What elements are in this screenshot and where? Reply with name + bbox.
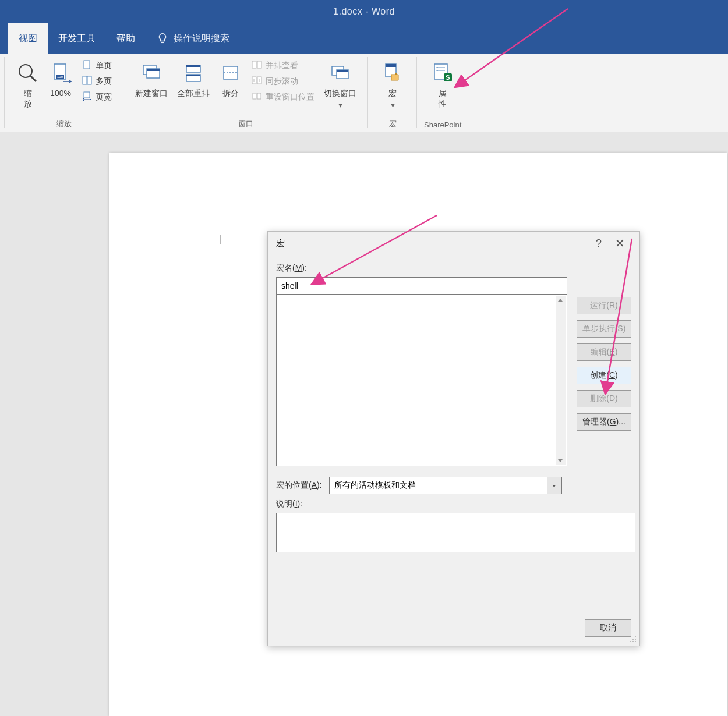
text-cursor <box>220 235 226 245</box>
svg-rect-36 <box>635 639 636 640</box>
switch-windows-button[interactable]: 切换窗口 ▾ <box>319 56 361 110</box>
macros-icon <box>380 59 405 87</box>
svg-rect-5 <box>84 61 90 69</box>
side-by-side-button: 并排查看 <box>252 59 314 72</box>
svg-text:S: S <box>446 74 450 81</box>
switch-windows-icon <box>328 59 352 87</box>
group-edge-left: x <box>0 54 5 132</box>
side-by-side-icon <box>252 59 262 72</box>
macro-name-label: 宏名(M): <box>276 263 631 274</box>
svg-rect-37 <box>630 641 631 642</box>
group-zoom-label: 缩放 <box>56 119 72 132</box>
create-button[interactable]: 创建(C) <box>577 367 631 384</box>
group-macros: 宏 ▾ 宏 <box>368 54 417 132</box>
chevron-down-icon: ▾ <box>553 483 556 489</box>
macro-location-label: 宏的位置(A): <box>276 480 322 491</box>
macro-location-select[interactable] <box>329 477 547 494</box>
svg-rect-28 <box>386 64 396 67</box>
one-page-icon <box>82 59 92 72</box>
svg-rect-11 <box>147 69 160 71</box>
ribbon-tabs: 视图 开发工具 帮助 操作说明搜索 <box>0 23 728 54</box>
svg-rect-34 <box>635 636 636 637</box>
step-into-button: 单步执行(S) <box>577 320 631 338</box>
edit-button: 编辑(E) <box>577 343 631 361</box>
macro-location-dropdown[interactable]: ▾ <box>547 477 562 494</box>
split-icon <box>219 59 242 87</box>
lightbulb-icon <box>156 32 169 45</box>
description-input[interactable] <box>276 513 635 552</box>
tab-developer[interactable]: 开发工具 <box>48 23 106 54</box>
sync-scroll-button: 同步滚动 <box>252 75 314 87</box>
svg-rect-22 <box>253 93 256 99</box>
properties-button[interactable]: S 属 性 <box>425 56 460 109</box>
group-window-label: 窗口 <box>238 119 253 132</box>
sync-scroll-icon <box>252 75 262 87</box>
arrange-all-icon <box>182 59 205 87</box>
svg-rect-15 <box>186 75 200 76</box>
title-bar: 1.docx - Word <box>0 0 728 23</box>
arrange-all-button[interactable]: 全部重排 <box>172 56 214 99</box>
delete-button: 删除(D) <box>577 390 631 407</box>
organizer-button[interactable]: 管理器(G)... <box>577 413 631 431</box>
chevron-down-icon: ▾ <box>391 100 395 111</box>
svg-text:100: 100 <box>57 75 63 79</box>
reset-window-pos-button: 重设窗口位置 <box>252 91 314 103</box>
svg-rect-19 <box>257 61 261 68</box>
tab-view[interactable]: 视图 <box>8 23 48 54</box>
group-macros-label: 宏 <box>389 119 397 132</box>
dialog-close-button[interactable]: ✕ <box>608 236 631 250</box>
svg-rect-39 <box>635 641 636 642</box>
multi-page-icon <box>82 75 92 87</box>
svg-rect-13 <box>186 65 200 67</box>
reset-window-icon <box>252 91 262 103</box>
properties-icon: S <box>430 59 455 87</box>
macro-list[interactable] <box>276 295 567 466</box>
macro-name-input[interactable] <box>276 277 567 295</box>
svg-line-1 <box>30 76 36 81</box>
dialog-title: 宏 <box>276 238 285 249</box>
group-window: 新建窗口 全部重排 拆分 并排查看 同步滚 <box>123 54 368 132</box>
page-width-icon <box>82 91 92 103</box>
new-window-button[interactable]: 新建窗口 <box>130 56 172 99</box>
group-zoom: 缩 放 100 100% 单页 多页 <box>5 54 123 132</box>
group-sharepoint: S 属 性 SharePoint <box>417 54 468 132</box>
svg-rect-35 <box>632 639 634 640</box>
svg-rect-23 <box>257 93 261 99</box>
dialog-help-button[interactable]: ? <box>589 238 608 250</box>
svg-rect-26 <box>337 70 348 72</box>
tab-help[interactable]: 帮助 <box>106 23 146 54</box>
dialog-titlebar[interactable]: 宏 ? ✕ <box>268 232 639 255</box>
multi-page-button[interactable]: 多页 <box>82 75 112 87</box>
resize-grip[interactable] <box>628 634 638 644</box>
zoom-button[interactable]: 缩 放 <box>12 56 44 109</box>
one-page-button[interactable]: 单页 <box>82 59 112 72</box>
page-width-button[interactable]: 页宽 <box>82 91 112 103</box>
svg-rect-7 <box>87 76 91 84</box>
split-button[interactable]: 拆分 <box>214 56 247 99</box>
tell-me-search[interactable]: 操作说明搜索 <box>146 23 240 54</box>
zoom-icon <box>16 59 40 87</box>
scrollbar[interactable] <box>556 296 566 465</box>
svg-rect-6 <box>83 76 87 84</box>
page-100-icon: 100 <box>49 59 72 87</box>
svg-rect-38 <box>632 641 634 642</box>
margin-corner <box>203 229 220 246</box>
new-window-icon <box>140 59 163 87</box>
zoom-100-button[interactable]: 100 100% <box>44 56 77 99</box>
ribbon: x 缩 放 100 100% <box>0 54 728 132</box>
run-button: 运行(R) <box>577 297 631 314</box>
group-sharepoint-label: SharePoint <box>424 120 461 132</box>
cancel-button[interactable]: 取消 <box>585 619 631 637</box>
svg-rect-18 <box>252 61 256 68</box>
document-title: 1.docx - Word <box>333 6 395 17</box>
description-label: 说明(I): <box>276 499 631 509</box>
chevron-down-icon: ▾ <box>338 100 342 111</box>
macros-dialog: 宏 ? ✕ 宏名(M): 运行(R) 单步执行(S) 编辑(E) 创建(C) 删… <box>267 231 640 646</box>
svg-rect-8 <box>84 92 90 98</box>
svg-point-0 <box>19 65 32 77</box>
macros-button[interactable]: 宏 ▾ <box>375 56 410 110</box>
